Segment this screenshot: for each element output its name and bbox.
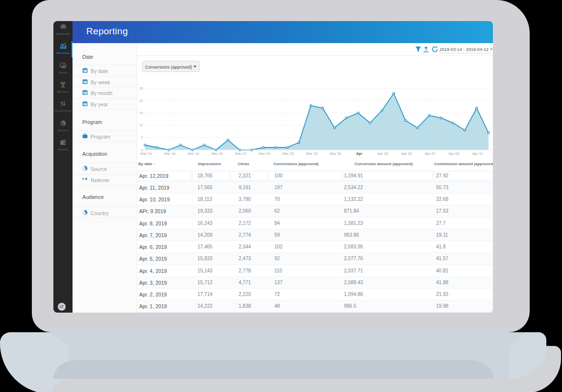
svg-text:10: 10 bbox=[139, 123, 143, 127]
svg-text:20: 20 bbox=[139, 99, 143, 102]
svg-text:Mar 16: Mar 16 bbox=[164, 151, 175, 156]
svg-text:Mar 24: Mar 24 bbox=[259, 151, 270, 156]
svg-text:Mar 18: Mar 18 bbox=[188, 151, 199, 156]
svg-text:Mar 30: Mar 30 bbox=[330, 151, 341, 156]
svg-text:Mar 26: Mar 26 bbox=[282, 151, 293, 156]
svg-text:Apr 07: Apr 07 bbox=[425, 151, 436, 156]
svg-text:25: 25 bbox=[139, 87, 143, 90]
svg-text:Mar 22: Mar 22 bbox=[235, 151, 246, 156]
svg-text:Apr: Apr bbox=[356, 151, 363, 156]
svg-text:Mar 20: Mar 20 bbox=[211, 151, 222, 156]
svg-text:Apr 09: Apr 09 bbox=[448, 151, 459, 156]
svg-text:Apr 05: Apr 05 bbox=[401, 151, 412, 156]
svg-text:15: 15 bbox=[139, 111, 143, 115]
svg-text:Apr 11: Apr 11 bbox=[472, 151, 483, 156]
svg-text:Apr 03: Apr 03 bbox=[377, 151, 388, 156]
svg-text:5: 5 bbox=[141, 136, 143, 139]
svg-text:Mar 14: Mar 14 bbox=[140, 151, 151, 156]
svg-text:Mar 28: Mar 28 bbox=[306, 151, 318, 156]
